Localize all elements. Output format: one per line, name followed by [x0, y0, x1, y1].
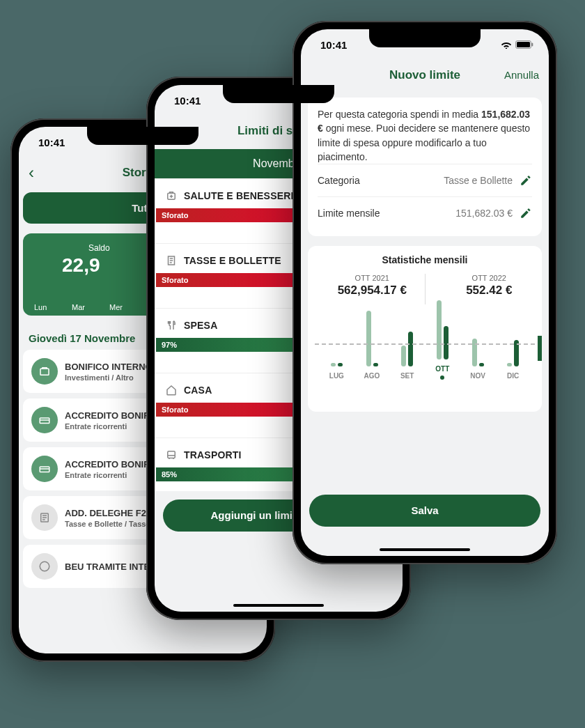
transaction-icon — [31, 456, 58, 482]
health-icon — [164, 189, 178, 203]
bar-prev-year — [331, 363, 336, 366]
limit-name: SALUTE E BENESSERE — [184, 190, 297, 201]
status-time: 10:41 — [174, 95, 201, 107]
stats-amount: 562,954.17 € — [338, 284, 407, 297]
transaction-icon — [31, 504, 58, 531]
cancel-button[interactable]: Annulla — [504, 69, 539, 81]
month-label: OTT — [435, 365, 449, 373]
bus-icon — [164, 448, 178, 462]
header: Nuovo limite Annulla — [301, 60, 549, 91]
month-label: NOV — [470, 372, 485, 380]
bar-curr-year — [479, 363, 484, 366]
bar-prev-year — [472, 339, 477, 366]
info-card: Per questa categoria spendi in media 151… — [308, 98, 542, 236]
day-label: Lun — [34, 303, 72, 311]
home-indicator — [380, 548, 470, 551]
phone-nuovo-limite: 10:41 Nuovo limite Annulla Per questa ca… — [292, 21, 557, 564]
svg-rect-7 — [168, 451, 176, 458]
limit-field[interactable]: Limite mensile 151,682.03 € — [318, 196, 532, 229]
stats-columns: OTT 2021 562,954.17 € OTT 2022 552.42 € — [308, 274, 542, 297]
wifi-icon — [501, 40, 512, 49]
bar-curr-year — [444, 326, 448, 359]
status-time: 10:41 — [38, 137, 65, 148]
page-title: Nuovo limite — [389, 68, 460, 82]
save-button[interactable]: Salva — [309, 495, 540, 527]
limit-name: TRASPORTI — [184, 449, 242, 460]
bar-prev-year — [401, 346, 406, 366]
bar-prev-year — [366, 311, 371, 366]
chart-column[interactable]: DIC — [495, 304, 531, 380]
bar-prev-year — [507, 363, 512, 366]
svg-point-4 — [40, 562, 49, 571]
month-label: DIC — [507, 372, 519, 380]
chart-column[interactable]: SET — [389, 304, 425, 380]
month-label: LUG — [329, 372, 344, 380]
battery-icon — [515, 40, 533, 49]
month-label: AGO — [364, 372, 380, 380]
home-icon — [164, 383, 178, 397]
chart-column[interactable]: NOV — [460, 304, 496, 380]
chart-column[interactable]: OTT — [425, 297, 460, 380]
monthly-chart[interactable]: LUGAGOSETOTTNOVDIC — [319, 310, 531, 401]
stats-period: OTT 2021 — [338, 274, 407, 282]
threshold-line — [315, 343, 535, 345]
next-card-peek[interactable] — [538, 336, 542, 361]
limit-name: SPESA — [184, 320, 217, 331]
field-label: Limite mensile — [318, 208, 380, 219]
month-label: SET — [400, 372, 414, 380]
stats-amount: 552.42 € — [466, 284, 512, 297]
selected-dot — [440, 375, 444, 380]
bar-curr-year — [373, 363, 378, 366]
svg-rect-9 — [517, 42, 530, 47]
category-field[interactable]: Categoria Tasse e Bollette — [318, 164, 532, 196]
svg-rect-0 — [40, 369, 49, 375]
field-value: Tasse e Bollette — [444, 175, 513, 186]
day-label: Mar — [72, 303, 109, 311]
chart-column[interactable]: AGO — [354, 304, 390, 380]
transaction-icon — [31, 553, 58, 580]
bar-curr-year — [408, 332, 413, 366]
fork-icon — [164, 318, 178, 332]
home-indicator — [233, 604, 324, 607]
transaction-icon — [31, 358, 58, 385]
status-time: 10:41 — [320, 39, 347, 51]
notch — [369, 29, 481, 47]
field-value: 151,682.03 € — [455, 208, 513, 219]
day-label: Mer — [109, 303, 147, 311]
stats-card: Statistiche mensili OTT 2021 562,954.17 … — [308, 246, 542, 412]
edit-icon[interactable] — [520, 174, 532, 187]
edit-icon[interactable] — [520, 207, 532, 219]
limit-name: TASSE E BOLLETTE — [184, 255, 281, 266]
back-button[interactable]: ‹ — [29, 163, 34, 183]
notch — [223, 85, 334, 103]
field-label: Categoria — [318, 175, 360, 186]
svg-rect-10 — [532, 43, 533, 47]
chart-bars: LUGAGOSETOTTNOVDIC — [319, 310, 531, 380]
screen: 10:41 Nuovo limite Annulla Per questa ca… — [301, 29, 549, 556]
notch — [87, 127, 198, 145]
stats-title: Statistiche mensili — [308, 254, 542, 265]
receipt-icon — [164, 254, 178, 268]
limit-name: CASA — [184, 385, 212, 396]
bar-prev-year — [437, 300, 442, 359]
chart-column[interactable]: LUG — [319, 304, 354, 380]
transaction-icon — [31, 407, 58, 433]
stats-period: OTT 2022 — [466, 274, 512, 282]
bar-curr-year — [338, 363, 343, 366]
status-right — [501, 40, 533, 49]
info-text: Per questa categoria spendi in media 151… — [318, 107, 532, 164]
